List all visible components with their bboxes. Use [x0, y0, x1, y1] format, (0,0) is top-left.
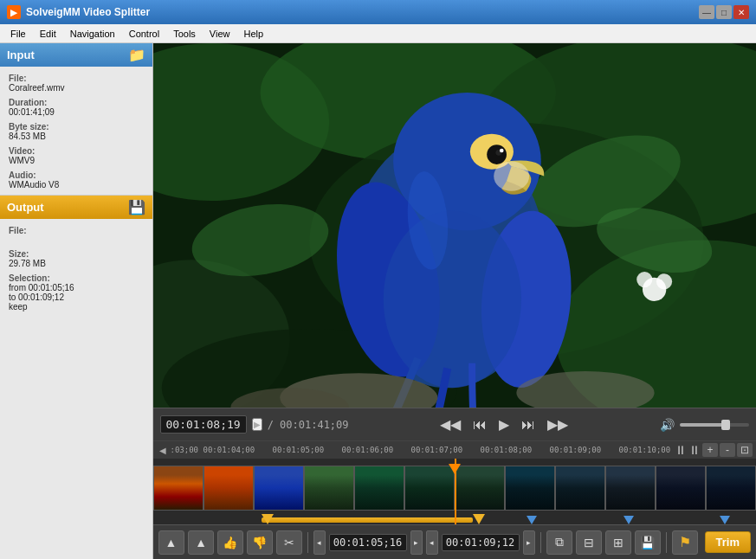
- pause-marker-2: ⏸: [688, 443, 701, 457]
- output-selection-label: Selection:: [9, 273, 144, 283]
- svg-point-19: [500, 149, 504, 153]
- join-button[interactable]: ⊞: [605, 530, 631, 555]
- output-file-label: File:: [9, 226, 144, 235]
- svg-point-13: [656, 273, 671, 289]
- maximize-button[interactable]: □: [716, 5, 732, 19]
- right-area: 00:01:08;19 ▶ / 00:01:41;09 ◀◀ ⏮ ▶ ⏭ ▶▶ …: [153, 43, 756, 559]
- input-title: Input: [7, 48, 35, 61]
- time-start-arrow-left[interactable]: ◂: [313, 530, 326, 555]
- menu-control[interactable]: Control: [122, 27, 166, 41]
- pause-marker-1: ⏸: [675, 443, 687, 457]
- thumbnail-8: [505, 466, 555, 511]
- separator-2: [540, 532, 541, 553]
- video-frame: [153, 43, 756, 408]
- time-start-input[interactable]: [329, 534, 407, 551]
- thumbnail-6: [404, 466, 455, 511]
- thumbnail-4: [304, 466, 354, 511]
- timeline-scroll-left[interactable]: ◀: [157, 446, 169, 455]
- output-title: Output: [7, 201, 44, 214]
- thumbnail-3: [254, 466, 304, 511]
- next-frame-button[interactable]: ⏭: [518, 415, 539, 434]
- output-header: Output 💾: [0, 196, 152, 219]
- zoom-fit-button[interactable]: ⊡: [737, 443, 753, 457]
- output-section: Output 💾 File: Size: 29.78 MB Selection:…: [0, 195, 152, 317]
- next-keyframe-button[interactable]: ▲: [188, 530, 214, 555]
- play-button[interactable]: ▶: [495, 414, 513, 434]
- thumbnail-12: [706, 466, 756, 511]
- output-selection-keep: keep: [9, 302, 144, 312]
- rewind-button[interactable]: ◀◀: [436, 414, 464, 434]
- timecode-arrow-right[interactable]: ▶: [252, 418, 262, 431]
- menu-edit[interactable]: Edit: [33, 27, 63, 41]
- time-end-input[interactable]: [442, 534, 520, 551]
- file-label: File:: [9, 74, 144, 83]
- svg-point-12: [636, 272, 652, 287]
- batch-export-button[interactable]: ⊟: [576, 530, 602, 555]
- volume-icon: 🔊: [660, 418, 675, 432]
- timeline-track[interactable]: [153, 459, 756, 524]
- menu-help[interactable]: Help: [237, 27, 271, 41]
- ruler-time-4: 00:01:07;00: [411, 446, 463, 454]
- app-icon: ▶: [7, 5, 21, 19]
- time-start-arrow-right[interactable]: ▸: [410, 530, 423, 555]
- file-value: Coralreef.wmv: [9, 83, 144, 93]
- time-end-arrow-left[interactable]: ◂: [426, 530, 438, 555]
- cut-segments-button[interactable]: ⧉: [546, 530, 572, 555]
- volume-slider[interactable]: [680, 423, 749, 427]
- ruler-marks: :03;00 00:01:04;00 00:01:05;00 00:01:06;…: [169, 441, 675, 459]
- zoom-out-button[interactable]: -: [720, 443, 735, 457]
- fast-forward-button[interactable]: ▶▶: [544, 414, 572, 434]
- input-folder-icon[interactable]: 📁: [128, 47, 145, 63]
- zoom-in-button[interactable]: +: [702, 443, 718, 457]
- selection-bar: [262, 517, 473, 523]
- thumbs-up-button[interactable]: 👍: [217, 530, 243, 555]
- separator-1: [307, 532, 308, 553]
- output-save-icon[interactable]: 💾: [128, 199, 145, 215]
- input-header: Input 📁: [0, 43, 152, 67]
- thumbnail-1: [153, 466, 204, 511]
- marker-blue-3: [720, 516, 730, 524]
- window-controls: — □ ✕: [699, 5, 749, 19]
- menu-view[interactable]: View: [203, 27, 237, 41]
- ruler-time-2: 00:01:05;00: [273, 446, 325, 454]
- save-project-button[interactable]: 💾: [635, 530, 661, 555]
- thumbs-down-button[interactable]: 👎: [247, 530, 273, 555]
- menu-file[interactable]: File: [3, 27, 33, 41]
- menu-bar: File Edit Navigation Control Tools View …: [0, 24, 756, 43]
- trim-button[interactable]: Trim: [705, 531, 751, 553]
- playhead-top-marker: [449, 464, 461, 474]
- thumbnail-5: [354, 466, 404, 511]
- thumbnail-2: [204, 466, 254, 511]
- left-panel: Input 📁 File: Coralreef.wmv Duration: 00…: [0, 43, 153, 559]
- marker-blue-2: [624, 516, 634, 524]
- thumbnail-9: [555, 466, 605, 511]
- marker-start: [262, 514, 274, 524]
- ruler-time-1: 00:01:04;00: [204, 446, 255, 454]
- video-preview: [153, 43, 756, 408]
- byte-size-label: Byte size:: [9, 122, 144, 132]
- menu-tools[interactable]: Tools: [166, 27, 203, 41]
- main-layout: Input 📁 File: Coralreef.wmv Duration: 00…: [0, 43, 756, 559]
- output-size-value: 29.78 MB: [9, 259, 144, 268]
- video-label: Video:: [9, 146, 144, 156]
- ruler-time-5: 00:01:08;00: [481, 446, 533, 454]
- separator-3: [666, 532, 667, 553]
- close-button[interactable]: ✕: [733, 5, 749, 19]
- bottom-toolbar: ▲ ▲ 👍 👎 ✂ ◂ ▸ ◂ ▸ ⧉ ⊟ ⊞ 💾 ⚑ Trim: [153, 524, 756, 559]
- scissors-button[interactable]: ✂: [276, 530, 302, 555]
- thumbnail-11: [656, 466, 706, 511]
- flag-button[interactable]: ⚑: [672, 530, 698, 555]
- ruler-time-7: 00:01:10;00: [619, 446, 671, 454]
- output-selection-to: to 00:01:09;12: [9, 292, 144, 302]
- svg-point-20: [494, 162, 529, 191]
- transport-bar: 00:01:08;19 ▶ / 00:01:41;09 ◀◀ ⏮ ▶ ⏭ ▶▶ …: [153, 408, 756, 440]
- total-duration: / 00:01:41;09: [268, 419, 349, 431]
- app-title: SolveigMM Video Splitter: [26, 6, 694, 18]
- time-end-arrow-right[interactable]: ▸: [523, 530, 535, 555]
- menu-navigation[interactable]: Navigation: [63, 27, 122, 41]
- minimize-button[interactable]: —: [699, 5, 714, 19]
- prev-keyframe-button[interactable]: ▲: [158, 530, 184, 555]
- output-info: File: Size: 29.78 MB Selection: from 00:…: [0, 219, 152, 317]
- input-section: Input 📁 File: Coralreef.wmv Duration: 00…: [0, 43, 152, 195]
- prev-frame-button[interactable]: ⏮: [469, 415, 490, 434]
